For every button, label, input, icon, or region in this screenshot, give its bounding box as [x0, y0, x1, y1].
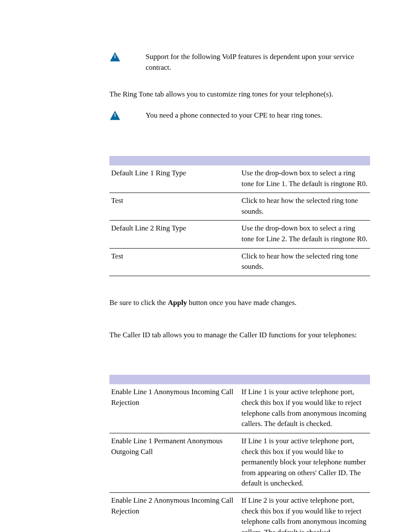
table-row: Enable Line 2 Anonymous Incoming Call Re… — [109, 493, 370, 532]
table-row: Test Click to hear how the selected ring… — [109, 193, 370, 221]
table-cell-label: Test — [109, 248, 240, 276]
note-icon — [109, 52, 121, 63]
table-header — [109, 156, 370, 165]
table-cell-desc: Click to hear how the selected ring tone… — [240, 193, 371, 221]
table-cell-desc: Use the drop-down box to select a ring t… — [240, 165, 371, 193]
note-block-2: You need a phone connected to your CPE t… — [109, 110, 370, 121]
table-row: Default Line 1 Ring Type Use the drop-do… — [109, 165, 370, 193]
table-cell-label: Enable Line 1 Anonymous Incoming Call Re… — [109, 384, 240, 433]
note-icon — [109, 110, 121, 121]
ring-tone-intro: The Ring Tone tab allows you to customiz… — [109, 89, 370, 100]
ring-tone-table: Default Line 1 Ring Type Use the drop-do… — [109, 156, 370, 276]
caller-id-table: Enable Line 1 Anonymous Incoming Call Re… — [109, 375, 370, 532]
table-row: Default Line 2 Ring Type Use the drop-do… — [109, 221, 370, 248]
apply-bold: Apply — [168, 299, 187, 307]
table-header — [109, 375, 370, 384]
table-cell-label: Default Line 2 Ring Type — [109, 221, 240, 248]
table-row: Enable Line 1 Anonymous Incoming Call Re… — [109, 384, 370, 433]
table-cell-label: Enable Line 2 Anonymous Incoming Call Re… — [109, 493, 240, 532]
note-text-1: Support for the following VoIP features … — [146, 52, 370, 73]
apply-suffix: button once you have made changes. — [187, 299, 296, 307]
table-cell-label: Test — [109, 193, 240, 221]
table-row: Test Click to hear how the selected ring… — [109, 248, 370, 276]
table-cell-label: Default Line 1 Ring Type — [109, 165, 240, 193]
table-cell-label: Enable Line 1 Permanent Anonymous Outgoi… — [109, 433, 240, 492]
table-cell-desc: If Line 2 is your active telephone port,… — [240, 493, 371, 532]
note-text-2: You need a phone connected to your CPE t… — [146, 110, 370, 121]
caller-id-intro: The Caller ID tab allows you to manage t… — [109, 330, 370, 341]
table-cell-desc: If Line 1 is your active telephone port,… — [240, 433, 371, 492]
table-cell-desc: Click to hear how the selected ring tone… — [240, 248, 371, 276]
apply-prefix: Be sure to click the — [109, 299, 168, 307]
table-row: Enable Line 1 Permanent Anonymous Outgoi… — [109, 433, 370, 492]
note-block-1: Support for the following VoIP features … — [109, 52, 370, 73]
apply-instruction: Be sure to click the Apply button once y… — [109, 298, 370, 308]
table-cell-desc: Use the drop-down box to select a ring t… — [240, 221, 371, 248]
table-cell-desc: If Line 1 is your active telephone port,… — [240, 384, 371, 433]
